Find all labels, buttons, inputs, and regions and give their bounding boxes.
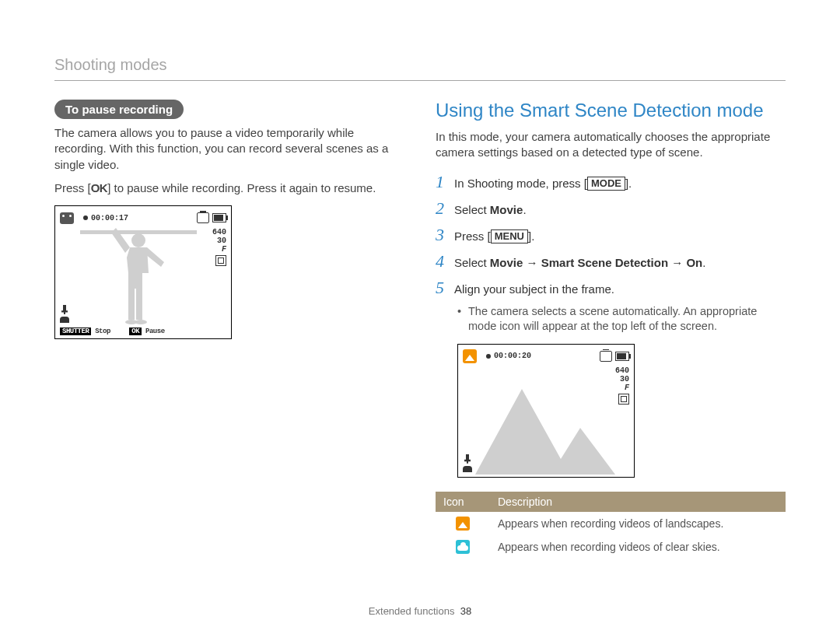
step-2: 2 Select Movie. <box>436 198 786 219</box>
th-icon: Icon <box>436 492 490 512</box>
row2-desc: Appears when recording videos of clear s… <box>490 535 786 559</box>
bullet-text: The camera selects a scene automatically… <box>468 304 786 335</box>
pause-instruction: Press [OK] to pause while recording. Pre… <box>54 180 404 196</box>
s4-bold: Movie → Smart Scene Detection → On <box>490 256 702 269</box>
mic-icon <box>61 305 68 314</box>
steps-list: 1 In Shooting mode, press [MODE]. 2 Sele… <box>436 172 786 298</box>
focus-icon <box>618 394 629 405</box>
step-num-5: 5 <box>436 278 454 298</box>
resolution: 640 <box>212 228 226 236</box>
cam-right-info-2: 640 30 F <box>615 366 629 407</box>
mountain-silhouette <box>475 373 621 475</box>
breadcrumb: Shooting modes <box>54 56 786 81</box>
sky-icon <box>456 540 470 554</box>
menu-button-label: MENU <box>491 229 528 243</box>
s3-post: ]. <box>528 229 534 243</box>
person-silhouette <box>80 226 197 328</box>
windcut-icon <box>463 466 472 472</box>
cam-left-icons <box>60 305 69 323</box>
step-3: 3 Press [MENU]. <box>436 225 786 245</box>
th-desc: Description <box>490 492 786 512</box>
page-number: 38 <box>460 605 471 617</box>
press-pre: Press [ <box>54 181 91 194</box>
record-dot-icon <box>486 354 491 359</box>
battery-icon <box>212 213 226 222</box>
landscape-icon <box>456 517 470 531</box>
ok-label: OK <box>129 328 142 335</box>
cam-left-icons-2 <box>463 454 472 472</box>
rec-time-2: 00:00:20 <box>494 352 531 360</box>
icon-description-table: Icon Description Appears when recording … <box>436 492 786 559</box>
step5-bullet: • The camera selects a scene automatical… <box>457 304 786 335</box>
cam-right-info: 640 30 F <box>212 228 226 268</box>
pause-desc: The camera allows you to pause a video t… <box>54 125 404 173</box>
svg-point-3 <box>125 320 138 324</box>
resolution-2: 640 <box>615 366 629 375</box>
step-4: 4 Select Movie → Smart Scene Detection →… <box>436 251 786 271</box>
bullet-dot: • <box>457 304 468 335</box>
ok-button-label: OK <box>91 180 108 196</box>
storage-icon <box>197 212 209 223</box>
battery-icon <box>615 352 629 361</box>
rec-time: 00:00:17 <box>91 214 128 222</box>
section-intro: In this mode, your camera automatically … <box>436 129 786 161</box>
cam-top-bar-2: 00:00:20 <box>463 349 629 363</box>
step-num-1: 1 <box>436 172 454 192</box>
footer-section: Extended functions <box>369 605 455 617</box>
table-row: Appears when recording videos of landsca… <box>436 512 786 535</box>
s2-pre: Select <box>454 203 490 216</box>
left-column: To pause recording The camera allows you… <box>54 100 404 559</box>
press-post: ] to pause while recording. Press it aga… <box>107 181 376 194</box>
page-footer: Extended functions 38 <box>0 605 840 617</box>
fps: 30 <box>212 236 226 245</box>
table-row: Appears when recording videos of clear s… <box>436 535 786 559</box>
step-num-4: 4 <box>436 251 454 271</box>
record-dot-icon <box>83 215 88 220</box>
table-header-row: Icon Description <box>436 492 786 512</box>
stop-label: Stop <box>95 328 110 335</box>
step-num-3: 3 <box>436 225 454 245</box>
right-column: Using the Smart Scene Detection mode In … <box>436 100 786 559</box>
f-icon: F <box>212 245 226 254</box>
step-num-2: 2 <box>436 198 454 219</box>
cam-top-bar: 00:00:17 <box>60 211 226 225</box>
s1-post: ]. <box>625 177 632 190</box>
cam-bottom-bar: SHUTTER Stop OK Pause <box>60 328 165 335</box>
camera-screenshot-pause: 00:00:17 640 30 F <box>54 205 232 339</box>
s5-text: Align your subject in the frame. <box>454 282 614 296</box>
content-columns: To pause recording The camera allows you… <box>54 100 786 559</box>
pause-label: Pause <box>145 328 165 335</box>
mode-button-label: MODE <box>587 177 625 191</box>
step-1: 1 In Shooting mode, press [MODE]. <box>436 172 786 192</box>
shutter-label: SHUTTER <box>60 328 91 335</box>
movie-icon <box>60 212 74 224</box>
storage-icon <box>600 351 612 362</box>
s2-bold: Movie <box>490 203 523 216</box>
section-title: Using the Smart Scene Detection mode <box>436 100 786 121</box>
svg-point-1 <box>131 233 145 247</box>
mic-icon <box>464 454 471 464</box>
camera-screenshot-smart: 00:00:20 640 30 F <box>457 344 635 478</box>
fps-2: 30 <box>615 375 629 384</box>
s1-pre: In Shooting mode, press [ <box>454 177 587 190</box>
focus-icon <box>215 255 226 266</box>
landscape-mode-icon <box>463 349 477 363</box>
f-icon-2: F <box>615 384 629 392</box>
step-5: 5 Align your subject in the frame. <box>436 278 786 298</box>
s2-post: . <box>523 203 526 216</box>
row1-desc: Appears when recording videos of landsca… <box>490 512 786 535</box>
s4-pre: Select <box>454 256 490 269</box>
s4-post: . <box>702 256 705 269</box>
s3-pre: Press [ <box>454 229 491 243</box>
pause-recording-pill: To pause recording <box>54 100 184 119</box>
windcut-icon <box>60 317 69 323</box>
